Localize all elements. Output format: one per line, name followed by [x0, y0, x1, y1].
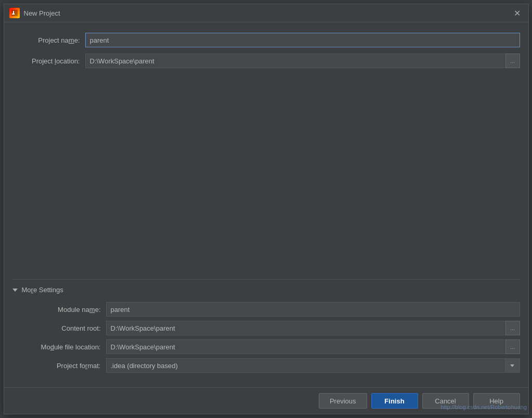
project-location-input[interactable] — [85, 54, 505, 68]
content-root-label: Content root: — [23, 324, 106, 332]
project-name-row: Project name: — [12, 33, 520, 47]
module-file-location-label: Module file location: — [23, 343, 106, 351]
help-button[interactable]: Help — [473, 393, 520, 409]
dialog-footer: Previous Finish Cancel Help — [4, 387, 528, 414]
app-icon — [9, 8, 20, 18]
finish-button[interactable]: Finish — [371, 393, 418, 409]
more-settings-content: Module name: Content root: ... — [12, 302, 520, 373]
more-settings-section: More Settings Module name: Content root: — [12, 279, 520, 377]
dialog-content: Project name: Project location: ... More… — [4, 22, 528, 387]
close-button[interactable]: ✕ — [512, 7, 523, 19]
project-name-input[interactable] — [85, 33, 520, 47]
svg-rect-0 — [11, 10, 18, 16]
content-root-field: ... — [106, 321, 520, 335]
chevron-down-icon — [510, 364, 514, 367]
project-format-row: Project format: .idea (directory based) … — [23, 358, 520, 373]
content-root-row: Content root: ... — [23, 321, 520, 335]
title-bar: New Project ✕ — [4, 4, 528, 22]
project-format-label: Project format: — [23, 362, 106, 370]
module-name-input[interactable] — [106, 302, 520, 317]
project-format-wrapper: .idea (directory based) .ipr (file based… — [106, 358, 520, 373]
more-settings-label: More Settings — [22, 286, 63, 294]
content-spacer — [12, 74, 520, 279]
project-location-row: Project location: ... — [12, 54, 520, 68]
module-file-location-input[interactable] — [106, 339, 505, 354]
module-file-location-field: ... — [106, 339, 520, 354]
project-format-arrow — [505, 358, 520, 373]
title-bar-left: New Project — [9, 8, 60, 18]
intellij-logo — [9, 8, 20, 18]
dialog-title: New Project — [24, 9, 60, 17]
collapse-triangle-icon — [12, 289, 18, 292]
module-file-location-row: Module file location: ... — [23, 339, 520, 354]
new-project-dialog: New Project ✕ Project name: Project loca… — [4, 4, 529, 414]
previous-button[interactable]: Previous — [319, 393, 367, 409]
project-location-label: Project location: — [12, 57, 85, 65]
content-root-input[interactable] — [106, 321, 505, 335]
svg-rect-2 — [13, 11, 14, 15]
module-name-row: Module name: — [23, 302, 520, 317]
module-name-label: Module name: — [23, 306, 106, 314]
cancel-button[interactable]: Cancel — [422, 393, 469, 409]
project-format-select[interactable]: .idea (directory based) .ipr (file based… — [106, 358, 505, 373]
project-location-browse-button[interactable]: ... — [505, 54, 520, 68]
content-root-browse-button[interactable]: ... — [505, 321, 520, 335]
module-file-location-browse-button[interactable]: ... — [505, 339, 520, 354]
more-settings-header[interactable]: More Settings — [12, 284, 520, 296]
project-location-field: ... — [85, 54, 520, 68]
project-name-label: Project name: — [12, 36, 85, 44]
